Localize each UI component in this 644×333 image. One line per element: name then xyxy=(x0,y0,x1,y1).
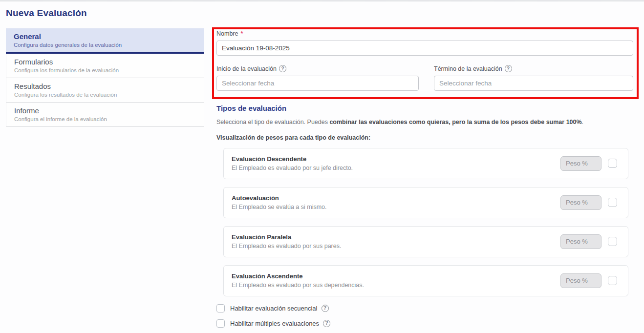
sidebar-item-description: Configura los formularios de la evaluaci… xyxy=(14,67,196,73)
help-icon[interactable]: ? xyxy=(505,65,512,72)
weight-checkbox[interactable] xyxy=(608,159,617,168)
option-label: Habilitar múltiples evaluaciones xyxy=(230,320,319,327)
weight-input[interactable] xyxy=(560,234,601,249)
card-description: El Empleado es evaluado por sus pares. xyxy=(232,243,560,250)
help-icon[interactable]: ? xyxy=(323,320,330,327)
card-text: Evaluación Descendente El Empleado es ev… xyxy=(232,155,560,171)
card-description: El Empleado se evalúa a si mismo. xyxy=(232,204,560,210)
name-label-text: Nombre xyxy=(216,30,238,37)
sidebar-item-formularios[interactable]: Formularios Configura los formularios de… xyxy=(6,54,204,78)
general-form: Nombre* Inicio de la evaluación ? Términ… xyxy=(216,30,633,333)
extra-options: Habilitar evaluación secuencial ? Habili… xyxy=(216,304,633,328)
card-evaluacion-descendente: Evaluación Descendente El Empleado es ev… xyxy=(223,148,628,179)
help-icon[interactable]: ? xyxy=(279,65,286,72)
card-title: Evaluación Ascendente xyxy=(232,272,560,280)
end-date-column: Término de la evaluación ? xyxy=(434,65,633,91)
weights-visualization-label: Visualización de pesos para cada tipo de… xyxy=(216,134,633,141)
sidebar-item-informe[interactable]: Informe Configura el informe de la evalu… xyxy=(6,103,204,127)
intro-normal: Selecciona el tipo de evaluación. Puedes xyxy=(216,119,329,125)
card-title: Evaluación Paralela xyxy=(232,233,560,241)
weight-input[interactable] xyxy=(560,156,601,171)
dates-row: Inicio de la evaluación ? Término de la … xyxy=(216,65,633,91)
sidebar-item-label: General xyxy=(14,32,196,41)
intro-end: . xyxy=(582,119,583,125)
page-title: Nueva Evaluación xyxy=(6,8,87,19)
evaluation-name-input[interactable] xyxy=(216,41,633,56)
start-date-column: Inicio de la evaluación ? xyxy=(216,65,419,91)
sidebar-item-resultados[interactable]: Resultados Configura los resultados de l… xyxy=(6,78,204,103)
card-evaluacion-ascendente: Evaluación Ascendente El Empleado es eva… xyxy=(223,265,628,296)
sidebar-item-description: Configura los resultados de la evaluació… xyxy=(14,92,196,98)
sidebar-item-label: Formularios xyxy=(14,58,196,66)
weight-checkbox[interactable] xyxy=(608,198,617,207)
weight-checkbox[interactable] xyxy=(608,276,617,285)
option-sequential-evaluation: Habilitar evaluación secuencial ? xyxy=(216,304,633,312)
option-label: Habilitar evaluación secuencial xyxy=(230,305,318,312)
steps-sidebar: General Configura datos generales de la … xyxy=(6,28,204,127)
sidebar-item-description: Configura el informe de la evaluación xyxy=(14,116,196,122)
types-intro-text: Selecciona el tipo de evaluación. Puedes… xyxy=(216,118,633,127)
weight-input[interactable] xyxy=(560,273,601,288)
top-header-shadow xyxy=(0,0,644,2)
name-field-label: Nombre* xyxy=(216,30,633,37)
card-title: Evaluación Descendente xyxy=(232,155,560,163)
card-description: El Empleado es evaluado por sus dependen… xyxy=(232,282,560,289)
start-date-label: Inicio de la evaluación ? xyxy=(216,65,419,72)
card-title: Autoevaluación xyxy=(232,194,560,202)
card-evaluacion-paralela: Evaluación Paralela El Empleado es evalu… xyxy=(223,226,628,257)
end-date-label: Término de la evaluación ? xyxy=(434,65,633,72)
end-date-label-text: Término de la evaluación xyxy=(434,65,502,72)
card-text: Evaluación Ascendente El Empleado es eva… xyxy=(232,272,560,289)
card-text: Evaluación Paralela El Empleado es evalu… xyxy=(232,233,560,250)
sidebar-item-general[interactable]: General Configura datos generales de la … xyxy=(6,28,204,54)
weight-input[interactable] xyxy=(560,195,601,210)
card-description: El Empleado es evaluado por su jefe dire… xyxy=(232,165,560,171)
start-date-label-text: Inicio de la evaluación xyxy=(216,65,277,72)
weight-checkbox[interactable] xyxy=(608,237,617,246)
sidebar-item-label: Resultados xyxy=(14,82,196,90)
evaluation-type-cards: Evaluación Descendente El Empleado es ev… xyxy=(223,148,628,296)
start-date-input[interactable] xyxy=(216,76,419,91)
intro-bold: combinar las evaluaciones como quieras, … xyxy=(329,119,581,125)
card-autoevaluacion: Autoevaluación El Empleado se evalúa a s… xyxy=(223,187,628,218)
option-checkbox[interactable] xyxy=(216,304,225,312)
types-section-heading: Tipos de evaluación xyxy=(216,104,633,112)
sidebar-item-label: Informe xyxy=(14,106,196,115)
card-text: Autoevaluación El Empleado se evalúa a s… xyxy=(232,194,560,210)
required-asterisk: * xyxy=(240,30,243,37)
end-date-input[interactable] xyxy=(434,76,633,91)
sidebar-item-description: Configura datos generales de la evaluaci… xyxy=(14,42,196,48)
option-multiple-evaluations: Habilitar múltiples evaluaciones ? xyxy=(216,319,633,328)
option-checkbox[interactable] xyxy=(216,319,225,328)
help-icon[interactable]: ? xyxy=(322,305,329,312)
